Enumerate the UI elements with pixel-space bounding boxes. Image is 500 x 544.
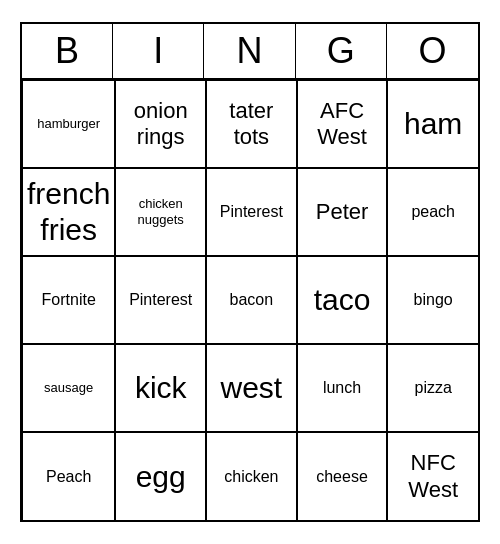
bingo-cell-20: Peach	[22, 432, 115, 520]
bingo-cell-4: ham	[387, 80, 478, 168]
bingo-cell-14: bingo	[387, 256, 478, 344]
bingo-cell-21: egg	[115, 432, 206, 520]
bingo-cell-1: onion rings	[115, 80, 206, 168]
bingo-cell-11: Pinterest	[115, 256, 206, 344]
bingo-cell-12: bacon	[206, 256, 297, 344]
bingo-cell-6: chicken nuggets	[115, 168, 206, 256]
bingo-cell-22: chicken	[206, 432, 297, 520]
bingo-cell-8: Peter	[297, 168, 388, 256]
bingo-grid: hamburgeronion ringstater totsAFC Westha…	[22, 80, 478, 520]
header-b: B	[22, 24, 113, 78]
bingo-cell-7: Pinterest	[206, 168, 297, 256]
bingo-cell-18: lunch	[297, 344, 388, 432]
bingo-cell-19: pizza	[387, 344, 478, 432]
bingo-card: B I N G O hamburgeronion ringstater tots…	[20, 22, 480, 522]
bingo-cell-5: french fries	[22, 168, 115, 256]
bingo-cell-17: west	[206, 344, 297, 432]
bingo-cell-15: sausage	[22, 344, 115, 432]
bingo-cell-10: Fortnite	[22, 256, 115, 344]
bingo-header: B I N G O	[22, 24, 478, 80]
bingo-cell-9: peach	[387, 168, 478, 256]
bingo-cell-23: cheese	[297, 432, 388, 520]
bingo-cell-3: AFC West	[297, 80, 388, 168]
header-g: G	[296, 24, 387, 78]
bingo-cell-24: NFC West	[387, 432, 478, 520]
bingo-cell-16: kick	[115, 344, 206, 432]
header-o: O	[387, 24, 478, 78]
bingo-cell-2: tater tots	[206, 80, 297, 168]
bingo-cell-13: taco	[297, 256, 388, 344]
header-n: N	[204, 24, 295, 78]
bingo-cell-0: hamburger	[22, 80, 115, 168]
header-i: I	[113, 24, 204, 78]
